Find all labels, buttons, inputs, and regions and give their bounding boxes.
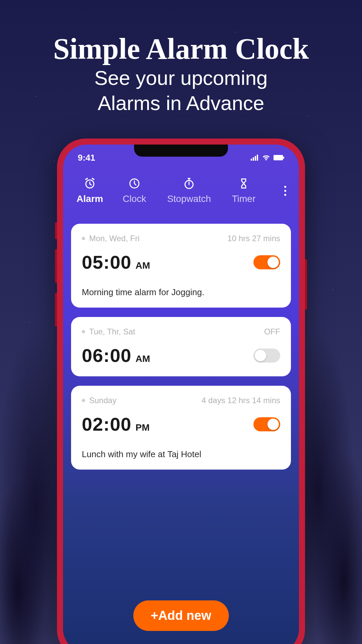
alarm-time-value: 02:00 xyxy=(82,413,131,435)
status-dot xyxy=(82,330,85,333)
dots-icon xyxy=(284,190,286,192)
toggle-knob xyxy=(267,419,279,430)
svg-rect-5 xyxy=(283,157,284,159)
tab-timer[interactable]: Timer xyxy=(222,177,265,204)
tab-label: Clock xyxy=(123,194,146,204)
signal-icon xyxy=(251,155,259,161)
alarm-note: Morning time alarm for Jogging. xyxy=(82,287,280,298)
alarm-card[interactable]: Mon, Wed, Fri 10 hrs 27 mins 05:00 AM Mo… xyxy=(71,224,291,308)
phone-side-button xyxy=(55,222,57,239)
alarm-card-header: Sunday 4 days 12 hrs 14 mins xyxy=(82,396,280,405)
alarm-toggle[interactable] xyxy=(253,348,280,363)
status-dot xyxy=(82,237,85,240)
phone-frame: 9:41 Alarm Clock Stopwatch Time xyxy=(57,139,305,644)
svg-rect-2 xyxy=(255,156,256,161)
alarm-time: 05:00 AM xyxy=(82,251,150,273)
phone-side-button xyxy=(55,293,57,326)
alarm-countdown: OFF xyxy=(264,327,280,336)
alarm-time: 06:00 AM xyxy=(82,344,150,366)
alarm-list: Mon, Wed, Fri 10 hrs 27 mins 05:00 AM Mo… xyxy=(63,214,299,470)
promo-subtitle-line1: See your upcoming xyxy=(95,67,268,89)
phone-notch xyxy=(134,145,228,157)
alarm-card-header: Tue, Thr, Sat OFF xyxy=(82,327,280,336)
alarm-time: 02:00 PM xyxy=(82,413,149,435)
svg-rect-3 xyxy=(257,155,258,161)
toggle-knob xyxy=(267,257,279,268)
wifi-icon xyxy=(262,155,270,161)
toggle-knob xyxy=(255,350,266,361)
alarm-ampm: AM xyxy=(135,354,150,364)
tab-stopwatch[interactable]: Stopwatch xyxy=(159,177,219,204)
phone-side-button xyxy=(305,259,307,310)
timer-icon xyxy=(238,177,250,190)
status-dot xyxy=(82,399,85,402)
alarm-card-header: Mon, Wed, Fri 10 hrs 27 mins xyxy=(82,234,280,243)
svg-rect-4 xyxy=(274,155,283,160)
clock-icon xyxy=(128,177,140,190)
status-time: 9:41 xyxy=(78,153,95,163)
menu-button[interactable] xyxy=(284,186,292,196)
status-icons xyxy=(251,155,284,161)
tab-bar: Alarm Clock Stopwatch Timer xyxy=(63,165,299,214)
alarm-icon xyxy=(84,177,96,190)
alarm-note: Lunch with my wife at Taj Hotel xyxy=(82,449,280,460)
promo-title: Simple Alarm Clock xyxy=(0,32,362,66)
alarm-toggle[interactable] xyxy=(253,417,280,431)
promo-subtitle-line2: Alarms in Advance xyxy=(98,92,264,114)
alarm-time-value: 05:00 xyxy=(82,251,131,273)
alarm-countdown: 4 days 12 hrs 14 mins xyxy=(201,396,280,405)
svg-rect-0 xyxy=(251,159,252,161)
phone-side-button xyxy=(55,249,57,283)
alarm-time-value: 06:00 xyxy=(82,344,131,366)
alarm-days: Mon, Wed, Fri xyxy=(89,234,139,243)
svg-rect-1 xyxy=(253,157,254,161)
dots-icon xyxy=(284,194,286,196)
tab-label: Stopwatch xyxy=(167,194,211,204)
phone-screen: 9:41 Alarm Clock Stopwatch Time xyxy=(63,145,299,644)
alarm-card[interactable]: Sunday 4 days 12 hrs 14 mins 02:00 PM Lu… xyxy=(71,386,291,470)
alarm-ampm: AM xyxy=(135,260,150,271)
tab-clock[interactable]: Clock xyxy=(113,177,156,204)
add-new-button[interactable]: +Add new xyxy=(133,600,229,631)
alarm-countdown: 10 hrs 27 mins xyxy=(228,234,280,243)
alarm-toggle[interactable] xyxy=(253,255,280,269)
alarm-days: Sunday xyxy=(89,396,116,405)
promo-subtitle: See your upcoming Alarms in Advance xyxy=(0,65,362,116)
tab-alarm[interactable]: Alarm xyxy=(70,177,110,204)
battery-icon xyxy=(274,155,284,160)
tab-label: Alarm xyxy=(76,194,103,204)
alarm-card[interactable]: Tue, Thr, Sat OFF 06:00 AM xyxy=(71,317,291,376)
alarm-ampm: PM xyxy=(135,422,149,433)
stopwatch-icon xyxy=(183,177,195,190)
dots-icon xyxy=(284,186,286,188)
tab-label: Timer xyxy=(232,194,256,204)
alarm-days: Tue, Thr, Sat xyxy=(89,327,135,336)
